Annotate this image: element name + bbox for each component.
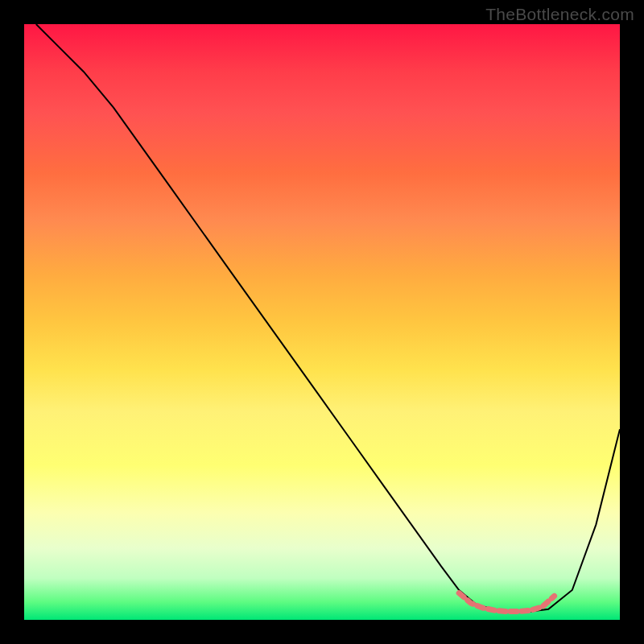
watermark-text: TheBottleneck.com — [485, 5, 634, 24]
chart-gradient-background — [24, 24, 620, 620]
